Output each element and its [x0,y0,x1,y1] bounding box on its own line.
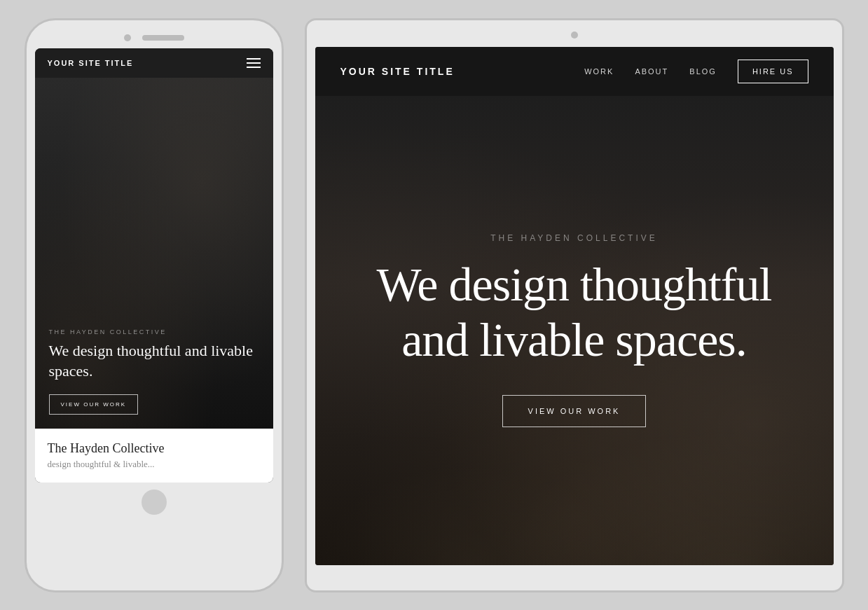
desktop-device: YOUR SITE TITLE WORK ABOUT BLOG HIRE US … [305,18,844,592]
desktop-headline-line2: and livable spaces. [401,313,747,366]
desktop-headline-line1: We design thoughtful [377,258,772,311]
desktop-camera-dot [571,32,578,39]
hamburger-button[interactable] [247,58,261,68]
mobile-status-bar [27,34,282,41]
mobile-cta-button[interactable]: VIEW OUR WORK [49,394,139,415]
desktop-nav: YOUR SITE TITLE WORK ABOUT BLOG HIRE US [315,47,834,96]
page-wrapper: YOUR SITE TITLE THE HAYDEN COLLECTIVE We… [0,0,868,610]
desktop-screen: YOUR SITE TITLE WORK ABOUT BLOG HIRE US … [315,47,834,565]
mobile-screen: YOUR SITE TITLE THE HAYDEN COLLECTIVE We… [35,48,273,483]
mobile-subtitle: THE HAYDEN COLLECTIVE [49,328,259,335]
mobile-content-preview: The Hayden Collective design thoughtful … [35,429,273,483]
desktop-status-bar [571,32,578,39]
mobile-device: YOUR SITE TITLE THE HAYDEN COLLECTIVE We… [25,18,284,592]
hamburger-line-2 [247,62,261,64]
mobile-hero: THE HAYDEN COLLECTIVE We design thoughtf… [35,78,273,429]
mobile-site-title: YOUR SITE TITLE [48,59,134,67]
desktop-nav-links: WORK ABOUT BLOG HIRE US [584,60,808,83]
mobile-speaker-pill [142,35,184,41]
desktop-subtitle: THE HAYDEN COLLECTIVE [377,233,772,243]
mobile-nav: YOUR SITE TITLE [35,48,273,78]
hamburger-line-1 [247,58,261,60]
desktop-headline: We design thoughtful and livable spaces. [377,257,772,366]
nav-link-blog[interactable]: BLOG [689,67,717,76]
hamburger-line-3 [247,67,261,68]
mobile-hero-content: THE HAYDEN COLLECTIVE We design thoughtf… [49,328,259,414]
mobile-content-title: The Hayden Collective [48,441,261,456]
desktop-cta-button[interactable]: VIEW OUR WORK [502,395,647,427]
desktop-hero-content: THE HAYDEN COLLECTIVE We design thoughtf… [335,233,814,427]
mobile-camera-dot [124,34,131,41]
desktop-site-title: YOUR SITE TITLE [340,66,455,77]
mobile-content-text: design thoughtful & livable... [48,459,261,470]
mobile-headline: We design thoughtful and livable spaces. [49,341,259,381]
hire-us-button[interactable]: HIRE US [738,60,808,83]
desktop-hero: THE HAYDEN COLLECTIVE We design thoughtf… [315,96,834,565]
mobile-home-button[interactable] [142,490,167,515]
nav-link-work[interactable]: WORK [584,67,614,76]
nav-link-about[interactable]: ABOUT [635,67,668,76]
